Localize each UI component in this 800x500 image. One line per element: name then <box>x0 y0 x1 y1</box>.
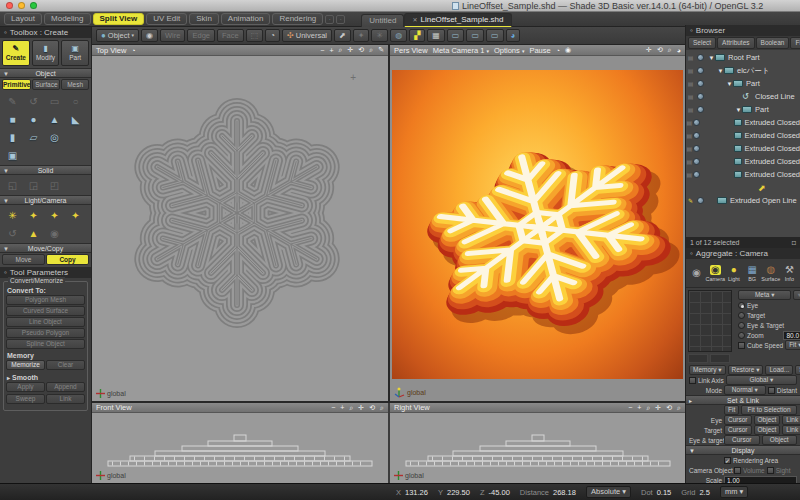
fit-dropdown[interactable]: Fit ▾ <box>785 340 800 350</box>
tab-animation[interactable]: Animation <box>221 13 271 25</box>
pers-viewport[interactable]: Pers View Meta Camera 1 ▾ Options ▾ Paus… <box>390 45 685 401</box>
convert-pseudo-polygon-button[interactable]: Pseudo Polygon <box>6 328 85 338</box>
tree-row[interactable]: ▤Extruded Closed <box>686 116 800 129</box>
eye-link-button[interactable]: Link <box>782 415 800 425</box>
copy-button[interactable]: Copy <box>46 254 89 265</box>
expander-icon[interactable]: ▼ <box>726 81 733 87</box>
orbit-icon[interactable]: ⟲ <box>369 404 375 412</box>
orbit-icon[interactable]: ⟲ <box>358 46 364 54</box>
render-flag-icon[interactable] <box>697 93 704 100</box>
memory-button[interactable]: Memory ▾ <box>689 365 726 375</box>
lock-icon[interactable]: ◘ <box>792 237 796 248</box>
edit-view-icon[interactable]: ✎ <box>378 46 384 54</box>
browser-header[interactable]: ◦Browser <box>686 25 800 36</box>
fit-button[interactable]: Fit <box>724 405 739 415</box>
smooth-append-button[interactable]: Append <box>46 382 85 392</box>
rendering-area-checkbox[interactable]: ✓ <box>724 457 731 464</box>
convert-curved-surface-button[interactable]: Curved Surface <box>6 306 85 316</box>
tree-row[interactable]: ▤Extruded Closed <box>686 155 800 168</box>
zoom-value-field[interactable]: 80.0 <box>783 331 800 340</box>
quad-view-button[interactable]: ▞ <box>409 29 425 42</box>
wire-button[interactable]: Wire <box>160 29 185 42</box>
target-object-button[interactable]: Object <box>754 425 781 435</box>
aggregate-tab-bg[interactable]: ▦BG <box>744 261 761 285</box>
render-flag-icon[interactable] <box>693 132 700 139</box>
tool-cone-icon[interactable]: ▲ <box>44 110 65 128</box>
meta-dropdown[interactable]: Meta ▾ <box>738 290 791 300</box>
smooth-link-button[interactable]: Link <box>46 394 85 404</box>
aggregate-tab-surface[interactable]: ◍Surface <box>762 261 780 285</box>
pointlight-icon[interactable]: ✳ <box>2 206 23 224</box>
save-button[interactable]: Save... <box>795 365 800 375</box>
zoom-in-icon[interactable]: + <box>637 404 641 411</box>
load-button[interactable]: Load... <box>765 365 793 375</box>
magnify-icon[interactable]: ⌕ <box>646 404 650 412</box>
render-flag-icon[interactable] <box>693 119 700 126</box>
render-flag-icon[interactable] <box>697 67 704 74</box>
shade-mode-icon[interactable]: ◉ <box>565 46 571 54</box>
solid-subtract-icon[interactable]: ◲ <box>23 176 44 194</box>
tool-curve-icon[interactable]: ↺ <box>23 92 44 110</box>
arealight-icon[interactable]: ✦ <box>65 206 86 224</box>
expander-icon[interactable]: ▼ <box>708 55 715 61</box>
smooth-apply-button[interactable]: Apply <box>6 382 45 392</box>
orbit-icon[interactable]: ⟲ <box>666 404 672 412</box>
radio-zoom[interactable]: Zoom80.0 <box>735 330 800 340</box>
workspace-prev-icon[interactable]: · <box>325 15 334 24</box>
magnify-icon[interactable]: ⌕ <box>349 404 353 412</box>
section-move-copy[interactable]: ▼Move/Copy <box>0 243 91 253</box>
toolbox-header[interactable]: ◦Toolbox : Create <box>0 27 91 38</box>
sight-checkbox[interactable] <box>767 467 774 474</box>
render-preview-button[interactable]: ◕ <box>506 29 521 42</box>
sync-button[interactable]: ◔ <box>265 29 280 42</box>
smooth-label[interactable]: ▸ Smooth <box>7 374 85 381</box>
object-tab-primitive[interactable]: Primitive <box>2 79 31 90</box>
camera-create-icon[interactable]: ◉ <box>44 224 65 242</box>
eyetarget-cursor-button[interactable]: Cursor <box>724 435 760 445</box>
eyetarget-object-button[interactable]: Object <box>762 435 798 445</box>
tree-row[interactable]: ▤▼Root Part <box>686 51 800 64</box>
spotlight-icon[interactable]: ✦ <box>23 206 44 224</box>
marquee-button[interactable]: ⬚ <box>246 29 264 42</box>
doc-tab-active[interactable]: ✕ LineOffset_Sample.shd <box>404 13 511 28</box>
aggregate-tab-info[interactable]: ⚒Info <box>781 261 798 285</box>
render-flag-icon[interactable] <box>693 158 700 165</box>
fit-to-selection-button[interactable]: Fit to Selection <box>741 405 797 415</box>
controller-button[interactable]: ▭ <box>466 29 484 42</box>
close-window-icon[interactable] <box>6 2 13 9</box>
link-axis-checkbox[interactable] <box>689 377 696 384</box>
right-viewport[interactable]: Right View − + ⌕ ✛ ⟲ ⌕ global <box>390 403 685 483</box>
convert-line-object-button[interactable]: Line Object <box>6 317 85 327</box>
section-display[interactable]: ▼Display <box>686 445 800 455</box>
aggregate-tab-camera[interactable]: ◉Camera <box>706 261 724 285</box>
tab-split-view[interactable]: Split View <box>93 13 145 25</box>
tree-row[interactable]: ▤▼elcパート <box>686 64 800 77</box>
camera-select-dropdown[interactable]: Meta Camera 1 ▾ <box>433 46 489 55</box>
clear-button[interactable]: Clear <box>46 360 85 370</box>
top-view-header[interactable]: Top View ◔ − + ⌕ ✛ ⟲ ⌕ ✎ <box>92 45 388 56</box>
bulb-button[interactable]: ✳ <box>371 29 388 42</box>
mode-dropdown[interactable]: Normal ▾ <box>724 385 766 395</box>
magnify-icon[interactable]: ⌕ <box>339 46 343 54</box>
pan-icon[interactable]: ✛ <box>347 46 353 54</box>
right-view-header[interactable]: Right View − + ⌕ ✛ ⟲ ⌕ <box>390 403 685 413</box>
render-flag-icon[interactable] <box>697 106 704 113</box>
monitor-button[interactable]: ▭ <box>447 29 465 42</box>
tree-row[interactable]: ▤Extruded Closed <box>686 142 800 155</box>
pan-icon[interactable]: ✛ <box>358 404 364 412</box>
browser-tab-find[interactable]: Find <box>790 37 800 49</box>
minimize-window-icon[interactable] <box>18 2 25 9</box>
tree-row[interactable]: ▤Extruded Closed <box>686 168 800 181</box>
tree-row[interactable]: ▤▼Part <box>686 103 800 116</box>
camera-field-2[interactable] <box>710 354 730 363</box>
tool-pen-icon[interactable]: ✎ <box>2 92 23 110</box>
expander-icon[interactable]: ▼ <box>717 68 724 74</box>
zoom-out-icon[interactable]: − <box>320 47 324 54</box>
memorize-button[interactable]: Memorize <box>6 360 45 370</box>
top-viewport[interactable]: Top View ◔ − + ⌕ ✛ ⟲ ⌕ ✎ <box>92 45 388 401</box>
object-mode-button[interactable]: ● Object ▾ <box>96 29 139 42</box>
tool-circle-icon[interactable]: ○ <box>65 92 86 110</box>
target-cursor-button[interactable]: Cursor <box>724 425 752 435</box>
face-button[interactable]: Face <box>217 29 244 42</box>
render-flag-icon[interactable] <box>697 80 704 87</box>
